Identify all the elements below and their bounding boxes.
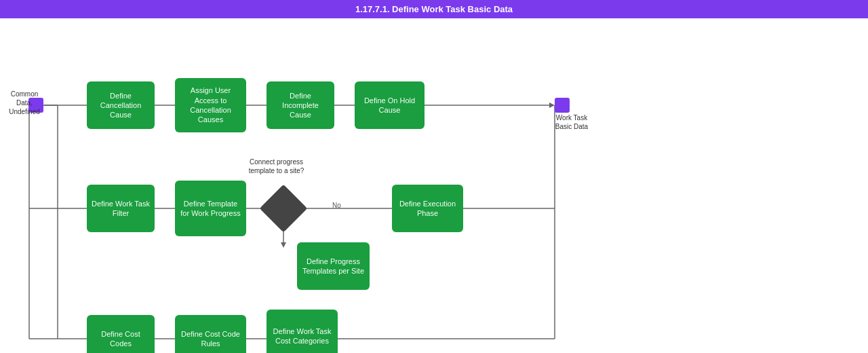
node-assign-user-access[interactable]: Assign User Access to Cancellation Cause… <box>175 78 246 132</box>
node-template-work-progress[interactable]: Define Template for Work Progress <box>175 181 246 236</box>
node-work-task-filter[interactable]: Define Work Task Filter <box>87 185 155 232</box>
end-node <box>555 98 570 113</box>
node-progress-templates-site[interactable]: Define Progress Templates per Site <box>297 242 370 290</box>
node-cost-codes[interactable]: Define Cost Codes <box>87 315 155 353</box>
node-cancellation-cause[interactable]: Define Cancellation Cause <box>87 81 155 129</box>
diamond-decision <box>260 185 308 233</box>
svg-marker-19 <box>281 242 286 248</box>
node-incomplete-cause[interactable]: Define Incomplete Cause <box>267 81 334 129</box>
start-node-label: Common Data, Undefined <box>4 90 45 116</box>
node-execution-phase[interactable]: Define Execution Phase <box>392 185 463 232</box>
no-label: No <box>332 202 341 209</box>
header-bar: 1.17.7.1. Define Work Task Basic Data <box>0 0 868 18</box>
diamond-label: Connect progress template to a site? <box>237 157 315 175</box>
header-title: 1.17.7.1. Define Work Task Basic Data <box>355 4 513 14</box>
svg-marker-9 <box>549 103 555 108</box>
node-cost-code-rules[interactable]: Define Cost Code Rules <box>175 315 246 353</box>
node-on-hold-cause[interactable]: Define On Hold Cause <box>355 81 425 129</box>
end-node-label: Work Task Basic Data <box>548 113 595 131</box>
node-work-task-cost-categories[interactable]: Define Work Task Cost Categories <box>267 310 338 353</box>
diagram-canvas: Common Data, Undefined Define Cancellati… <box>0 18 868 351</box>
